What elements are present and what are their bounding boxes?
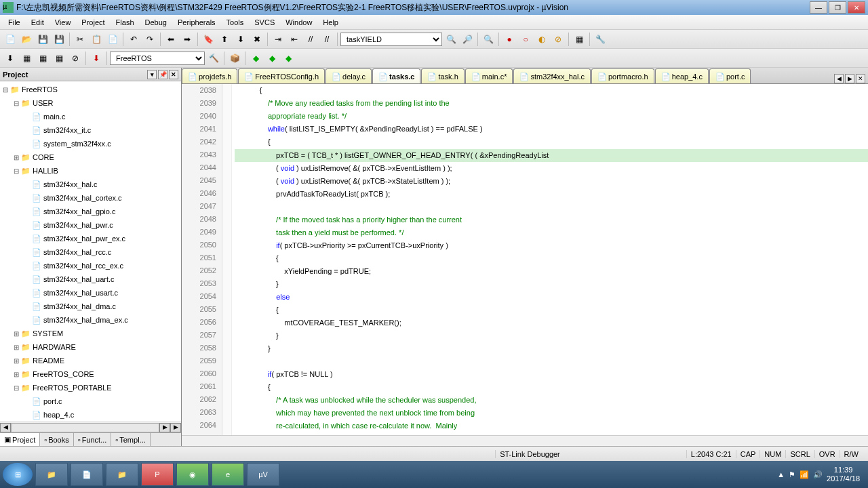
tree-file[interactable]: 📄stm32f4xx_hal_rcc.c <box>1 245 180 259</box>
tree-toggle-icon[interactable]: ⊞ <box>12 330 20 338</box>
tree-toggle-icon[interactable]: ⊟ <box>1 86 9 94</box>
taskbar-app-4[interactable]: P <box>141 463 174 486</box>
start-button[interactable]: ⊞ <box>3 463 33 486</box>
stop-build-button[interactable]: ⊘ <box>68 51 83 66</box>
tray-volume-icon[interactable]: 🔊 <box>813 470 823 479</box>
file-tab[interactable]: 📄projdefs.h <box>182 68 237 83</box>
tray-network-icon[interactable]: 📶 <box>800 470 809 479</box>
tree-file[interactable]: 📄stm32f4xx_hal_pwr.c <box>1 218 180 232</box>
tree-toggle-icon[interactable]: ⊞ <box>12 371 20 378</box>
bookmark-button[interactable]: 🔖 <box>201 32 216 47</box>
tree-toggle-icon[interactable]: ⊟ <box>12 167 20 175</box>
tabs-close-button[interactable]: ✕ <box>856 74 865 83</box>
minimize-button[interactable]: — <box>810 1 827 14</box>
taskbar-app-7[interactable]: µV <box>247 463 279 486</box>
tree-toggle-icon[interactable]: ⊞ <box>12 154 20 161</box>
bookmark-prev-button[interactable]: ⬆ <box>217 32 232 47</box>
file-tab[interactable]: 📄heap_4.c <box>655 68 709 83</box>
tree-file[interactable]: 📄stm32f4xx_hal_dma.c <box>1 300 180 313</box>
menu-view[interactable]: View <box>50 17 77 28</box>
tabs-right-button[interactable]: ▶ <box>845 74 854 83</box>
menu-window[interactable]: Window <box>280 17 317 28</box>
tree-file[interactable]: 📄stm32f4xx_hal_usart.c <box>1 286 180 300</box>
select-packs-button[interactable]: ◆ <box>281 51 296 66</box>
rebuild-button[interactable]: ▦ <box>35 51 50 66</box>
manage-rte-button[interactable]: ◆ <box>264 51 279 66</box>
breakpoint-enable-button[interactable]: ○ <box>518 32 533 47</box>
uncomment-button[interactable]: // <box>319 32 334 47</box>
save-all-button[interactable]: 💾 <box>52 32 66 47</box>
file-tab[interactable]: 📄tasks.c <box>372 68 420 83</box>
tree-folder[interactable]: ⊟📁USER <box>1 96 180 110</box>
target-options-button[interactable]: 🔨 <box>206 51 221 66</box>
bookmark-next-button[interactable]: ⬇ <box>233 32 248 47</box>
taskbar-app-2[interactable]: 📄 <box>71 463 103 486</box>
file-tab[interactable]: 📄port.c <box>709 68 751 83</box>
tree-folder[interactable]: ⊞📁HARDWARE <box>1 340 180 354</box>
menu-svcs[interactable]: SVCS <box>249 17 280 28</box>
window-layout-button[interactable]: ▦ <box>572 32 587 47</box>
tray-up-icon[interactable]: ▲ <box>777 470 785 479</box>
tree-hscrollbar[interactable]: ◀ ▶ ▶ <box>0 422 181 432</box>
file-tab[interactable]: 📄delay.c <box>326 68 372 83</box>
nav-back-button[interactable]: ⬅ <box>163 32 178 47</box>
tree-folder[interactable]: ⊞📁CORE <box>1 150 180 164</box>
editor-hscrollbar[interactable] <box>182 435 868 446</box>
build-button[interactable]: ▦ <box>19 51 34 66</box>
file-tab[interactable]: 📄FreeRTOSConfig.h <box>238 68 325 83</box>
copy-button[interactable]: 📋 <box>89 32 104 47</box>
file-tab[interactable]: 📄main.c* <box>465 68 513 83</box>
tabs-left-button[interactable]: ◀ <box>834 74 844 83</box>
manage-button[interactable]: 📦 <box>227 51 242 66</box>
tree-file[interactable]: 📄stm32f4xx_hal_uart.c <box>1 272 180 286</box>
tree-file[interactable]: 📄stm32f4xx_hal_dma_ex.c <box>1 313 180 327</box>
tree-file[interactable]: 📄stm32f4xx_hal_cortex.c <box>1 191 180 205</box>
tree-file[interactable]: 📄main.c <box>1 110 180 123</box>
close-button[interactable]: ✕ <box>848 1 865 14</box>
panel-tab-books[interactable]: ▫Books <box>40 433 73 446</box>
tree-file[interactable]: 📄stm32f4xx_hal.c <box>1 178 180 191</box>
configure-button[interactable]: 🔧 <box>593 32 608 47</box>
code-content[interactable]: { /* Move any readied tasks from the pen… <box>232 84 868 435</box>
menu-file[interactable]: File <box>3 17 26 28</box>
menu-flash[interactable]: Flash <box>111 17 140 28</box>
tree-folder[interactable]: ⊞📁SYSTEM <box>1 327 180 340</box>
cut-button[interactable]: ✂ <box>73 32 87 47</box>
tree-toggle-icon[interactable]: ⊟ <box>12 384 20 392</box>
tree-folder[interactable]: ⊟📁FreeRTOS_PORTABLE <box>1 381 180 394</box>
panel-tab-project[interactable]: ▣Project <box>0 433 40 446</box>
file-tab[interactable]: 📄stm32f4xx_hal.c <box>513 68 590 83</box>
tree-file[interactable]: 📄stm32f4xx_it.c <box>1 123 180 137</box>
panel-pin-button[interactable]: 📌 <box>158 70 167 79</box>
find-combo[interactable]: taskYIELD <box>340 33 442 46</box>
bookmark-clear-button[interactable]: ✖ <box>250 32 264 47</box>
outdent-button[interactable]: ⇤ <box>287 32 302 47</box>
translate-button[interactable]: ⬇ <box>3 51 18 66</box>
panel-close-button[interactable]: ✕ <box>169 70 178 79</box>
save-button[interactable]: 💾 <box>35 32 50 47</box>
paste-button[interactable]: 📄 <box>105 32 120 47</box>
menu-debug[interactable]: Debug <box>140 17 172 28</box>
fold-column[interactable] <box>222 84 232 435</box>
file-tab[interactable]: 📄portmacro.h <box>591 68 654 83</box>
panel-dropdown-button[interactable]: ▾ <box>147 70 157 79</box>
taskbar-app-1[interactable]: 📁 <box>35 463 68 486</box>
tree-file[interactable]: 📄stm32f4xx_hal_gpio.c <box>1 205 180 218</box>
target-combo[interactable]: FreeRTOS <box>110 52 205 65</box>
find-button[interactable]: 🔍 <box>443 32 458 47</box>
menu-tools[interactable]: Tools <box>221 17 250 28</box>
tree-toggle-icon[interactable]: ⊞ <box>12 357 20 365</box>
maximize-button[interactable]: ❐ <box>829 1 846 14</box>
comment-button[interactable]: // <box>303 32 318 47</box>
scroll-right-button[interactable]: ▶ <box>159 423 170 432</box>
tree-toggle-icon[interactable]: ⊟ <box>12 100 20 107</box>
tray-flag-icon[interactable]: ⚑ <box>789 470 795 479</box>
tree-file[interactable]: 📄heap_4.c <box>1 408 180 422</box>
taskbar-app-5[interactable]: ◉ <box>176 463 209 486</box>
debug-button[interactable]: 🔍 <box>481 32 496 47</box>
menu-help[interactable]: Help <box>317 17 344 28</box>
panel-tab-templ[interactable]: ▫Templ... <box>111 433 150 446</box>
tree-folder[interactable]: ⊞📁FreeRTOS_CORE <box>1 367 180 381</box>
file-tab[interactable]: 📄task.h <box>421 68 464 83</box>
menu-edit[interactable]: Edit <box>26 17 50 28</box>
